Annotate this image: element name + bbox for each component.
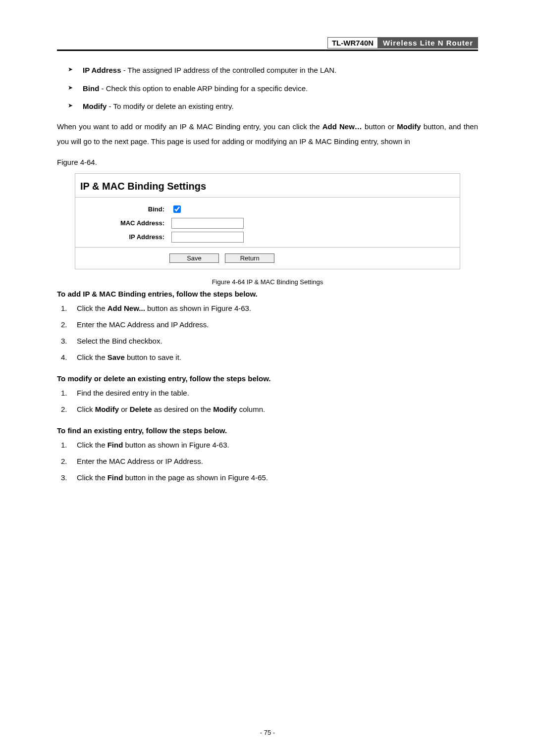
modify-steps: Find the desired entry in the table. Cli…: [57, 389, 478, 413]
step-item: Click the Save button to save it.: [57, 353, 478, 361]
mac-address-input[interactable]: [171, 218, 244, 229]
field-description-list: IP Address - The assigned IP address of …: [57, 65, 478, 112]
settings-form: Bind: MAC Address: IP Address:: [75, 198, 460, 248]
page-number: - 75 -: [0, 729, 535, 736]
mac-address-label: MAC Address:: [80, 219, 171, 227]
section-heading-add: To add IP & MAC Binding entries, follow …: [57, 290, 478, 298]
step-item: Click the Add New... button as shown in …: [57, 304, 478, 312]
bind-checkbox[interactable]: [173, 205, 181, 213]
section-heading-modify: To modify or delete an existing entry, f…: [57, 374, 478, 383]
step-item: Find the desired entry in the table.: [57, 389, 478, 397]
step-item: Click the Find button in the page as sho…: [57, 473, 478, 482]
add-steps: Click the Add New... button as shown in …: [57, 304, 478, 361]
settings-panel-title: IP & MAC Binding Settings: [75, 174, 460, 198]
save-button[interactable]: Save: [169, 253, 219, 263]
return-button[interactable]: Return: [225, 253, 274, 263]
list-item: Modify - To modify or delete an existing…: [68, 101, 478, 112]
step-item: Select the Bind checkbox.: [57, 337, 478, 345]
page-header: TL-WR740N Wireless Lite N Router: [57, 37, 478, 51]
step-item: Enter the MAC Address and IP Address.: [57, 320, 478, 329]
step-item: Click the Find button as shown in Figure…: [57, 441, 478, 449]
section-heading-find: To find an existing entry, follow the st…: [57, 426, 478, 435]
figure-caption: Figure 4-64 IP & MAC Binding Settings: [57, 278, 478, 286]
settings-panel: IP & MAC Binding Settings Bind: MAC Addr…: [75, 173, 460, 269]
ip-address-label: IP Address:: [80, 233, 171, 241]
step-item: Enter the MAC Address or IP Address.: [57, 457, 478, 465]
list-item: IP Address - The assigned IP address of …: [68, 65, 478, 76]
intro-paragraph: When you want to add or modify an IP & M…: [57, 119, 478, 149]
step-item: Click Modify or Delete as desired on the…: [57, 405, 478, 413]
find-steps: Click the Find button as shown in Figure…: [57, 441, 478, 482]
figure-reference: Figure 4-64.: [57, 158, 478, 166]
ip-address-input[interactable]: [171, 232, 244, 243]
list-item: Bind - Check this option to enable ARP b…: [68, 83, 478, 95]
header-model: TL-WR740N: [327, 37, 378, 49]
header-tagline: Wireless Lite N Router: [378, 37, 478, 49]
bind-label: Bind:: [80, 205, 171, 213]
